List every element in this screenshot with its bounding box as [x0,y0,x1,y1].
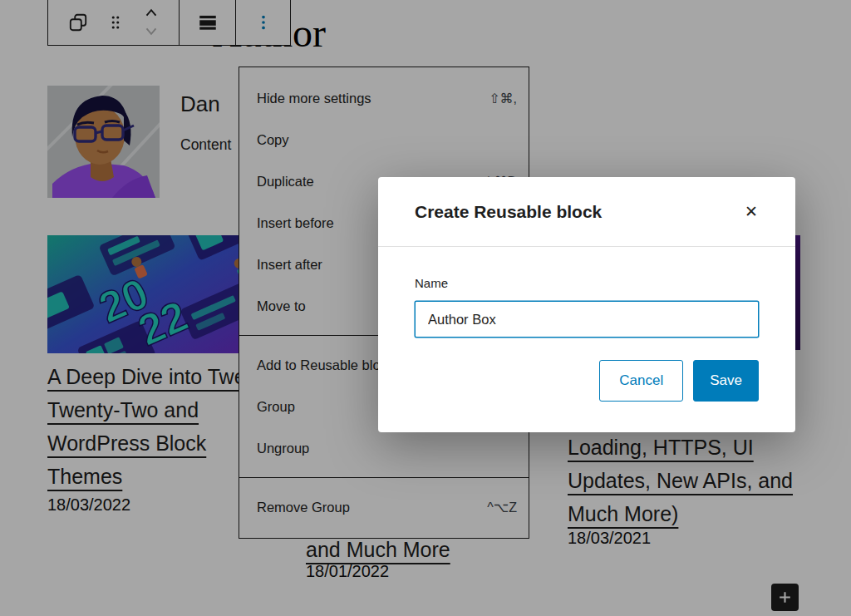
save-button[interactable]: Save [693,360,759,402]
name-field-label: Name [415,276,759,290]
modal-actions: Cancel Save [415,360,759,402]
close-icon: ✕ [745,202,758,221]
editor-canvas: Author Dan Content [0,0,851,616]
cancel-button[interactable]: Cancel [599,360,683,402]
modal-title: Create Reusable block [415,202,602,222]
modal-body: Name Cancel Save [378,247,795,402]
name-input[interactable] [415,301,759,338]
close-modal-button[interactable]: ✕ [739,200,764,224]
create-reusable-block-modal: Create Reusable block ✕ Name Cancel Save [378,177,795,432]
modal-header: Create Reusable block ✕ [378,177,795,247]
